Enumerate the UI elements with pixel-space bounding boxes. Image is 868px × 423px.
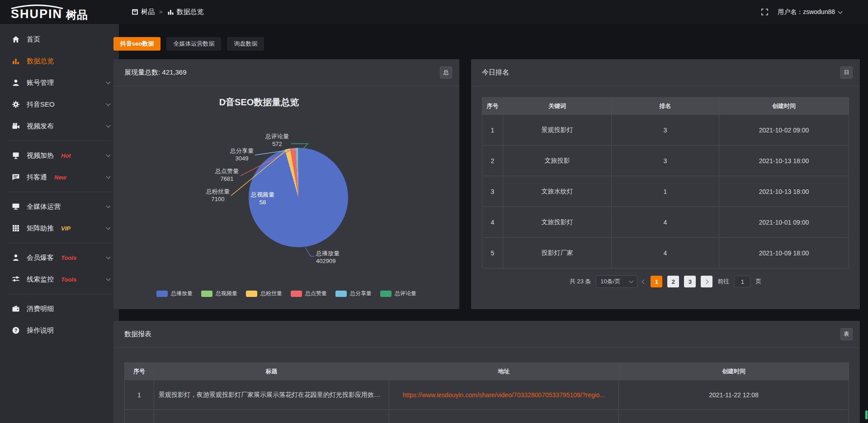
total-toggle-button[interactable]: 总 [440,66,452,79]
new-badge: New [54,174,66,181]
chart-title: D音SEO数据量总览 [219,96,299,108]
prev-page-button[interactable] [642,279,646,284]
sidebar-item-media-ops[interactable]: 全媒体运营 [0,196,119,217]
report-panel-header: 数据报表 表 [113,321,860,348]
scroll-indicator[interactable] [865,410,868,419]
sidebar-item-account[interactable]: 账号管理 [0,72,119,94]
sidebar-item-matrix-boost[interactable]: 矩阵助推 VIP [0,217,119,239]
sidebar-item-label: 操作说明 [27,326,54,335]
breadcrumb-separator: > [159,9,163,15]
chevron-down-icon [106,153,111,157]
sidebar-item-video-publish[interactable]: 视频发布 [0,115,119,137]
sidebar-item-video-heat[interactable]: 视频加热 Hot [0,145,119,166]
sidebar-item-help[interactable]: ? 操作说明 [0,320,119,341]
chevron-down-icon [106,255,111,259]
overview-panel: 展现量总数: 421,369 总 D音SEO数据量总览 总评论量 572 总分享… [113,59,459,309]
day-toggle-button[interactable]: 日 [840,66,853,79]
column-header: 标题 [154,363,389,380]
table-toggle-button[interactable]: 表 [840,328,853,340]
hot-badge: Hot [61,152,71,159]
help-icon: ? [11,326,20,334]
breadcrumb-label: 树品 [141,8,155,16]
legend-item-videos[interactable]: 总视频量 [201,290,237,297]
ranking-panel-title: 今日排名 [482,68,509,77]
sidebar-item-lead-monitor[interactable]: 线索监控 Tools [0,268,119,290]
chart-legend: 总播放量 总视频量 总粉丝量 总点赞量 总分享量 总评论量 [113,290,459,297]
sidebar-item-douketong[interactable]: 抖客通 New [0,166,119,188]
user-icon [11,79,20,87]
ranking-panel-header: 今日排名 日 [471,59,860,86]
logo-arc [10,5,64,9]
chevron-down-icon [106,80,111,85]
legend-item-shares[interactable]: 总分享量 [335,290,372,297]
breadcrumb-item-current[interactable]: 数据总览 [167,8,204,16]
breadcrumb: 树品 > 数据总览 [132,8,204,16]
pie-label-fans: 总粉丝量 7100 [206,188,230,203]
next-page-button[interactable] [701,276,712,287]
sidebar-divider [7,141,112,141]
video-link[interactable]: https://www.iesdouyin.com/share/video/70… [403,391,605,399]
legend-item-plays[interactable]: 总播放量 [156,290,193,297]
pie-chart-area: D音SEO数据量总览 总评论量 572 总分享量 3049 总点赞量 7681 … [113,86,459,309]
goto-unit-label: 页 [755,277,761,286]
bar-chart-icon [167,9,174,15]
monitor-icon [11,202,20,211]
chevron-down-icon [106,277,111,281]
video-url-cell: https://www.iesdouyin.com/share/video/70… [389,380,619,410]
video-camera-icon [11,122,20,130]
sidebar-nav: 首页 数据总览 账号管理 抖音SEO 视频发布 视频加热 Hot 抖客通 New… [0,24,119,423]
sidebar-item-label: 视频发布 [27,122,54,131]
page-button-1[interactable]: 1 [651,276,662,287]
chevron-down-icon [106,174,111,179]
column-header: 排名 [612,98,719,115]
page-button-3[interactable]: 3 [684,276,696,287]
tab-inquiry[interactable]: 询盘数据 [227,37,264,51]
legend-swatch [201,291,212,297]
goto-page-input[interactable] [734,276,750,287]
legend-swatch [291,291,302,297]
tab-media-ops[interactable]: 全媒体运营数据 [166,37,221,51]
gear-icon [11,100,20,108]
pie-label-videos: 总视频量 58 [251,191,274,206]
sliders-icon [11,275,20,283]
tab-douyin-seo[interactable]: 抖音seo数据 [113,37,160,51]
table-row[interactable]: 1 景观投影灯 3 2021-10-02 09:00 [482,115,849,146]
fullscreen-icon[interactable] [761,8,769,16]
app-window-icon [132,9,138,15]
sidebar-item-label: 消费明细 [27,305,54,313]
sidebar-item-label: 抖音SEO [27,100,55,109]
legend-item-likes[interactable]: 总点赞量 [291,290,327,297]
table-row[interactable]: 4 文旅投影灯 4 2021-10-01 09:00 [482,207,849,238]
legend-item-comments[interactable]: 总评论量 [380,290,416,297]
user-menu[interactable]: 用户名：zswodun88 [778,8,842,16]
sidebar-item-douyin-seo[interactable]: 抖音SEO [0,94,119,115]
page-size-select[interactable]: 10条/页 [596,275,637,288]
legend-swatch [246,291,257,297]
sidebar-item-home[interactable]: 首页 [0,28,119,50]
pie-label-plays: 总播放量 402909 [316,249,340,265]
breadcrumb-item-root[interactable]: 树品 [132,8,155,16]
today-ranking-panel: 今日排名 日 序号 关键词 排名 创建时间 1 景观投影灯 3 2021-10-… [471,59,860,309]
sidebar-item-data-overview[interactable]: 数据总览 [0,50,119,72]
sidebar-item-label: 抖客通 [27,173,47,182]
table-row[interactable] [125,410,849,423]
created-time-cell: 2021-11-22 12:08 [619,380,849,410]
impressions-total-label: 展现量总数: 421,369 [124,68,187,77]
legend-item-fans[interactable]: 总粉丝量 [246,290,282,297]
sidebar-item-label: 全媒体运营 [27,202,61,211]
table-row[interactable]: 2 文旅投影 3 2021-10-13 18:00 [482,146,849,176]
app-logo[interactable]: SHUPIN 树品 [0,4,119,20]
legend-swatch [335,291,347,297]
pie-label-likes: 总点赞量 7681 [215,167,239,183]
chevron-down-icon [629,279,634,283]
chevron-down-icon [838,9,843,14]
report-panel-title: 数据报表 [124,330,151,338]
overview-panel-header: 展现量总数: 421,369 总 [113,59,459,86]
sidebar-item-spending-detail[interactable]: 消费明细 [0,298,119,320]
svg-text:?: ? [14,328,17,333]
sidebar-item-member-burst[interactable]: 会员爆客 Tools [0,247,119,268]
table-row[interactable]: 1 景观投影灯，夜游景观投影灯厂家展示展示落花灯在花园里的灯光投影应用效果 # … [125,380,849,410]
table-row[interactable]: 3 文旅水纹灯 1 2021-10-13 18:00 [482,176,849,207]
page-button-2[interactable]: 2 [667,276,679,287]
table-row[interactable]: 5 投影灯厂家 4 2021-10-09 18:00 [482,238,849,268]
